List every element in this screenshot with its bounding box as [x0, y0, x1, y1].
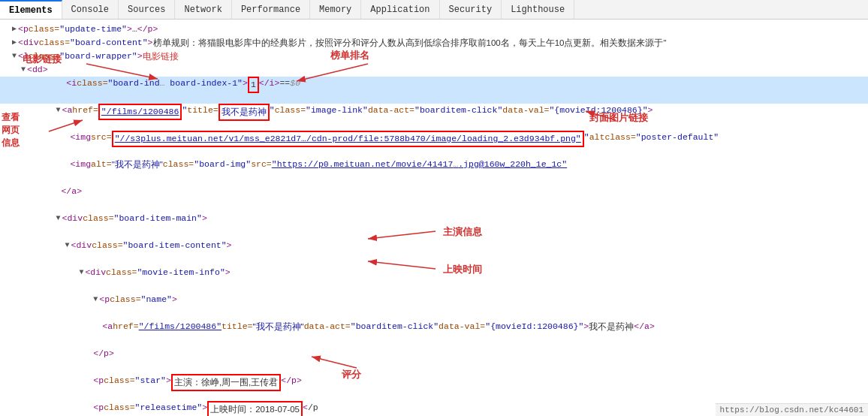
- expand-arrow[interactable]: ▼: [12, 50, 17, 63]
- expand-arrow[interactable]: ▼: [56, 104, 61, 117]
- expand-arrow[interactable]: ▶: [12, 23, 17, 36]
- code-line: ▶ <div class="board-content">榜单规则：将猫眼电影库…: [0, 36, 868, 50]
- tab-security[interactable]: Security: [440, 0, 502, 19]
- code-line-selected: <i class="board-ind… board-index-1">1</i…: [0, 77, 868, 104]
- code-line: ▼ <p class="name">: [0, 293, 868, 320]
- tab-network[interactable]: Network: [175, 0, 231, 19]
- bottom-url: https://blog.csdn.net/kc44601: [720, 405, 863, 414]
- expand-arrow[interactable]: ▼: [65, 239, 70, 252]
- code-line: </p>: [0, 347, 868, 374]
- tab-performance[interactable]: Performance: [232, 0, 310, 19]
- bottom-url-bar: https://blog.csdn.net/kc44601: [716, 403, 868, 416]
- tab-console[interactable]: Console: [62, 0, 119, 19]
- expand-arrow[interactable]: ▼: [93, 293, 98, 306]
- tab-bar: Elements Console Sources Network Perform…: [0, 0, 868, 20]
- code-line: ▼ <div class="board-item-main">: [0, 212, 868, 239]
- code-line: ▶ <p class="update-time">…</p>: [0, 23, 868, 36]
- code-line: ▼ <div class="board-item-content">: [0, 239, 868, 266]
- code-line: <p class="star"> 主演：徐峥,周一围,王传君 </p>: [0, 374, 868, 401]
- code-line: <a href="/films/1200486" title="我不是药神" d…: [0, 320, 868, 347]
- expand-arrow[interactable]: ▶: [12, 36, 17, 50]
- tab-lighthouse[interactable]: Lighthouse: [502, 0, 574, 19]
- code-panel: ▶ <p class="update-time">…</p> ▶ <div cl…: [0, 20, 868, 416]
- code-line: <img alt="我不是药神" class="board-img" src="…: [0, 158, 868, 185]
- code-line: ▼ <dd>: [0, 63, 868, 77]
- tab-sources[interactable]: Sources: [119, 0, 175, 19]
- expand-arrow[interactable]: ▼: [21, 63, 26, 77]
- tab-memory[interactable]: Memory: [310, 0, 361, 19]
- tab-elements[interactable]: Elements: [0, 0, 62, 19]
- code-line: ▼ <div class="movie-item-info">: [0, 266, 868, 293]
- code-line: ▼ <l class="board-wrapper">电影链接: [0, 50, 868, 63]
- code-line: <img src="//s3plus.meituan.net/v1/mss_e2…: [0, 131, 868, 158]
- tab-application[interactable]: Application: [361, 0, 439, 19]
- code-line: ▼ <a href="/films/1200486" title=我不是药神" …: [0, 104, 868, 131]
- expand-arrow[interactable]: ▼: [79, 266, 83, 279]
- code-line: </a>: [0, 185, 868, 212]
- expand-arrow[interactable]: ▼: [56, 212, 61, 225]
